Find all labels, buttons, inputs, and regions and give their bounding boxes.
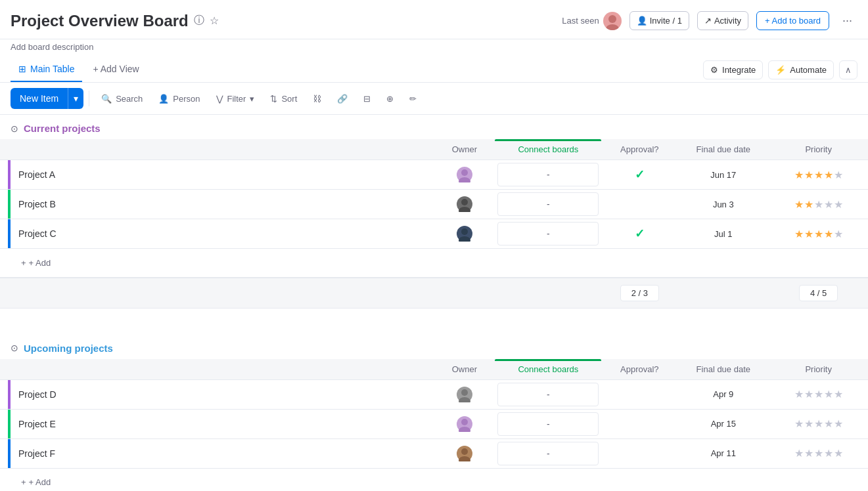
- person-label: Person: [173, 94, 200, 104]
- col-header-owner[interactable]: Owner: [434, 139, 495, 160]
- cell-owner-d: [434, 379, 495, 409]
- connect-dash-b[interactable]: -: [497, 192, 599, 216]
- star-2[interactable]: ★: [804, 198, 813, 211]
- row-name-a[interactable]: Project A: [18, 169, 411, 180]
- add-icon2: +: [21, 477, 26, 487]
- col-header-owner2[interactable]: Owner: [434, 359, 495, 380]
- star-1[interactable]: ★: [794, 198, 804, 211]
- activity-icon: ↗: [704, 16, 712, 26]
- link-icon-button[interactable]: ⛓: [306, 89, 328, 108]
- col-header-duedate2[interactable]: Final due date: [677, 359, 769, 380]
- embed-icon: 🔗: [337, 94, 348, 104]
- invite-button[interactable]: 👤 Invite / 1: [629, 11, 689, 30]
- connect-dash-d[interactable]: -: [497, 383, 599, 406]
- star-icon[interactable]: ☆: [210, 14, 219, 27]
- col-header-duedate[interactable]: Final due date: [677, 139, 769, 160]
- star-1[interactable]: ★: [794, 169, 804, 181]
- col-header-approval[interactable]: Approval?: [601, 139, 677, 160]
- automate-button[interactable]: ⚡ Automate: [768, 60, 834, 79]
- table-icon: ⊞: [18, 64, 26, 74]
- sort-icon: ⇅: [270, 94, 277, 104]
- tab-main-table[interactable]: ⊞ Main Table: [11, 57, 82, 82]
- col-header-connect[interactable]: Connect boards: [495, 139, 601, 160]
- add-to-board-button[interactable]: + Add to board: [756, 11, 829, 30]
- star-1[interactable]: ★: [794, 447, 804, 459]
- new-item-dropdown-icon[interactable]: ▾: [68, 88, 83, 109]
- more-options-button[interactable]: ···: [837, 10, 857, 32]
- cell-connect-b[interactable]: -: [495, 190, 601, 219]
- person-button[interactable]: 👤 Person: [152, 89, 206, 108]
- new-item-button[interactable]: New Item ▾: [11, 88, 83, 109]
- add-button-current[interactable]: + + Add: [11, 258, 857, 268]
- collapse-button[interactable]: ∧: [839, 60, 857, 79]
- star-2[interactable]: ★: [804, 228, 813, 240]
- connect-dash-f[interactable]: -: [497, 442, 599, 465]
- star-3[interactable]: ★: [814, 417, 823, 430]
- star-4[interactable]: ★: [824, 388, 833, 400]
- star-3[interactable]: ★: [814, 198, 823, 211]
- star-4[interactable]: ★: [824, 417, 833, 430]
- board-description[interactable]: Add board description: [0, 39, 868, 57]
- info-icon[interactable]: ⓘ: [194, 14, 204, 28]
- star-2[interactable]: ★: [804, 417, 813, 430]
- row-name-e[interactable]: Project E: [18, 419, 411, 429]
- star-2[interactable]: ★: [804, 388, 813, 400]
- star-1[interactable]: ★: [794, 228, 804, 240]
- star-5[interactable]: ★: [834, 447, 843, 459]
- star-3[interactable]: ★: [814, 169, 823, 181]
- activity-button[interactable]: ↗ Activity: [697, 11, 748, 30]
- edit-button[interactable]: ✏: [403, 89, 423, 108]
- cell-connect-f[interactable]: -: [495, 438, 601, 468]
- col-header-connect2[interactable]: Connect boards: [495, 359, 601, 380]
- star-5[interactable]: ★: [834, 169, 843, 181]
- integrate-button[interactable]: ⚙ Integrate: [703, 60, 763, 79]
- star-5[interactable]: ★: [834, 417, 843, 430]
- star-4[interactable]: ★: [824, 198, 833, 211]
- search-button[interactable]: 🔍 Search: [95, 89, 149, 108]
- columns-button[interactable]: ⊟: [357, 89, 377, 108]
- row-name-f[interactable]: Project F: [18, 448, 411, 459]
- sort-button[interactable]: ⇅ Sort: [263, 89, 304, 108]
- avatar-b: [457, 196, 472, 212]
- embed-button[interactable]: 🔗: [331, 89, 354, 108]
- add-row-current: + + Add: [0, 249, 868, 278]
- row-name-c[interactable]: Project C: [18, 228, 411, 239]
- apps-button[interactable]: ⊕: [380, 89, 400, 108]
- col-header-priority2[interactable]: Priority: [769, 359, 868, 380]
- cell-connect-a[interactable]: -: [495, 160, 601, 190]
- group-toggle-current[interactable]: ⊙: [11, 123, 18, 134]
- filter-button[interactable]: ⋁ Filter ▾: [210, 89, 262, 108]
- svg-point-8: [461, 389, 468, 396]
- star-5[interactable]: ★: [834, 198, 843, 211]
- star-4[interactable]: ★: [824, 169, 833, 181]
- star-5[interactable]: ★: [834, 388, 843, 400]
- group-header-current: ⊙ Current projects: [0, 115, 868, 139]
- cell-connect-e[interactable]: -: [495, 409, 601, 438]
- cell-name-d: Project D ⊕: [0, 379, 434, 409]
- star-3[interactable]: ★: [814, 228, 823, 240]
- star-4[interactable]: ★: [824, 228, 833, 240]
- star-3[interactable]: ★: [814, 388, 823, 400]
- cell-connect-d[interactable]: -: [495, 379, 601, 409]
- connect-dash-a[interactable]: -: [497, 163, 599, 186]
- star-1[interactable]: ★: [794, 417, 804, 430]
- connect-dash-c[interactable]: -: [497, 222, 599, 245]
- add-button-upcoming[interactable]: + + Add: [11, 477, 857, 487]
- row-name-b[interactable]: Project B: [18, 199, 411, 209]
- row-name-d[interactable]: Project D: [18, 389, 411, 400]
- star-2[interactable]: ★: [804, 169, 813, 181]
- connect-dash-e[interactable]: -: [497, 412, 599, 436]
- col-header-priority[interactable]: Priority: [769, 139, 868, 160]
- star-2[interactable]: ★: [804, 447, 813, 459]
- group-toggle-upcoming[interactable]: ⊙: [11, 343, 18, 353]
- star-1[interactable]: ★: [794, 388, 804, 400]
- star-5[interactable]: ★: [834, 228, 843, 240]
- tab-bar: ⊞ Main Table + Add View ⚙ Integrate ⚡ Au…: [0, 57, 868, 83]
- tab-add-view[interactable]: + Add View: [85, 57, 147, 82]
- cell-connect-c[interactable]: -: [495, 219, 601, 249]
- col-header-approval2[interactable]: Approval?: [601, 359, 677, 380]
- star-3[interactable]: ★: [814, 447, 823, 459]
- avatar: [603, 12, 622, 30]
- svg-point-5: [459, 207, 470, 212]
- star-4[interactable]: ★: [824, 447, 833, 459]
